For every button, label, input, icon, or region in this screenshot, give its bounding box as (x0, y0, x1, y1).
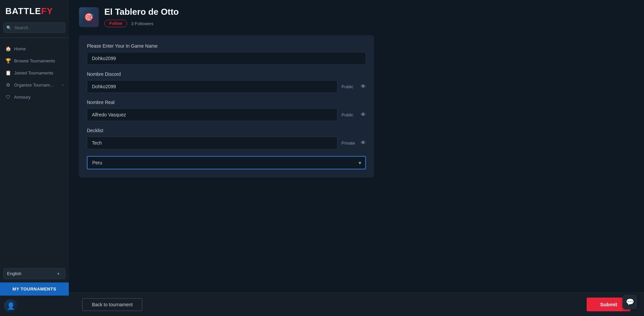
discord-label: Nombre Discord (87, 71, 366, 77)
search-icon: 🔍 (6, 25, 11, 30)
decklist-visibility: Private (341, 141, 357, 146)
discord-input[interactable] (87, 80, 337, 93)
followers-count: 3 Followers (131, 21, 153, 26)
registration-form-card: Please Enter Your In Game Name Nombre Di… (79, 35, 374, 177)
language-select[interactable]: English Español Português Français (3, 268, 65, 279)
in-game-name-label: Please Enter Your In Game Name (87, 43, 366, 49)
sidebar-item-joined-label: Joined Tournaments (14, 70, 53, 75)
user-avatar-bar: 👤 (0, 296, 69, 316)
main-content: 🎯 El Tablero de Otto Follow 3 Followers … (69, 0, 644, 316)
discord-row: Public 👁 (87, 80, 366, 93)
discord-eye-icon[interactable]: 👁 (361, 84, 366, 90)
joined-icon: 📋 (5, 70, 11, 75)
tournament-title-area: El Tablero de Otto Follow 3 Followers (104, 7, 179, 27)
footer-bar: Back to tournament Submit (69, 293, 644, 316)
sidebar-item-home[interactable]: 🏠 Home (0, 43, 69, 55)
back-to-tournament-button[interactable]: Back to tournament (82, 298, 142, 311)
sidebar: BATTLEFY 🔍 🏠 Home 🏆 Browse Tournaments 📋… (0, 0, 69, 316)
tournament-logo-icon: 🎯 (84, 12, 94, 22)
sidebar-item-armoury[interactable]: 🛡 Armoury (0, 91, 69, 103)
real-name-section: Nombre Real Public 👁 (87, 100, 366, 121)
chevron-right-icon: › (62, 83, 63, 87)
chat-widget[interactable]: 💬 (623, 295, 637, 309)
chat-icon: 💬 (626, 298, 634, 306)
discord-visibility: Public (341, 84, 357, 89)
in-game-name-input[interactable] (87, 52, 366, 65)
logo-battle: BATTLE (5, 6, 41, 16)
tournament-logo-inner: 🎯 (79, 7, 99, 27)
sidebar-item-browse-label: Browse Tournaments (14, 58, 55, 63)
real-name-input[interactable] (87, 108, 337, 121)
discord-section: Nombre Discord Public 👁 (87, 71, 366, 93)
in-game-name-section: Please Enter Your In Game Name (87, 43, 366, 65)
tournament-meta: Follow 3 Followers (104, 20, 179, 27)
my-tournaments-button[interactable]: MY TOURNAMENTS (0, 282, 69, 296)
armoury-icon: 🛡 (5, 94, 11, 100)
home-icon: 🏠 (5, 46, 11, 51)
organize-icon: ⚙ (5, 82, 11, 88)
browse-icon: 🏆 (5, 58, 11, 63)
real-name-visibility: Public (341, 112, 357, 117)
sidebar-item-home-label: Home (14, 46, 26, 51)
logo-fy: FY (41, 6, 53, 16)
language-select-container: English Español Português Français (3, 268, 65, 279)
search-input[interactable] (3, 22, 65, 33)
avatar-icon: 👤 (7, 302, 15, 310)
in-game-name-row (87, 52, 366, 65)
tournament-title: El Tablero de Otto (104, 7, 179, 17)
sidebar-item-organize-tournaments[interactable]: ⚙ Organize Tournam... › (0, 79, 69, 91)
app-logo: BATTLEFY (0, 0, 69, 22)
content-area: 🎯 El Tablero de Otto Follow 3 Followers … (69, 0, 644, 316)
country-select-wrap: Peru Argentina Chile Colombia Mexico Spa… (87, 156, 366, 169)
sidebar-item-joined-tournaments[interactable]: 📋 Joined Tournaments (0, 67, 69, 79)
tournament-header: 🎯 El Tablero de Otto Follow 3 Followers (79, 7, 634, 27)
decklist-label: Decklist (87, 128, 366, 133)
decklist-input[interactable] (87, 137, 337, 149)
search-box: 🔍 (3, 22, 65, 33)
sidebar-item-organize-label: Organize Tournam... (14, 83, 54, 88)
sidebar-item-browse-tournaments[interactable]: 🏆 Browse Tournaments (0, 55, 69, 67)
language-selector-wrap: English Español Português Français (0, 265, 69, 282)
sidebar-item-armoury-label: Armoury (14, 95, 31, 100)
sidebar-bottom: English Español Português Français MY TO… (0, 265, 69, 316)
real-name-label: Nombre Real (87, 100, 366, 105)
avatar: 👤 (4, 299, 17, 313)
real-name-row: Public 👁 (87, 108, 366, 121)
decklist-section: Decklist Private 👁 (87, 128, 366, 149)
real-name-eye-icon[interactable]: 👁 (361, 112, 366, 118)
tournament-logo: 🎯 (79, 7, 99, 27)
decklist-eye-icon[interactable]: 👁 (361, 140, 366, 146)
country-select[interactable]: Peru Argentina Chile Colombia Mexico Spa… (87, 156, 366, 169)
follow-button[interactable]: Follow (104, 20, 127, 27)
decklist-row: Private 👁 (87, 137, 366, 149)
